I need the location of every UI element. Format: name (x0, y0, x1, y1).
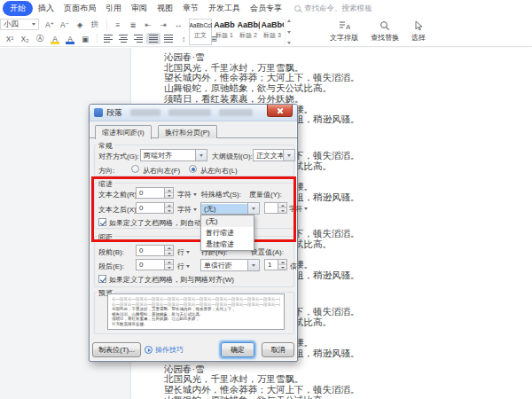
tab-line-page-breaks[interactable]: 换行和分页(P) (158, 125, 217, 138)
style-label: 正文 (194, 31, 207, 40)
font-color-icon[interactable]: A (63, 33, 77, 44)
paragraph-dialog-icon (94, 108, 103, 117)
font-size-combo[interactable]: 小四 (0, 19, 39, 30)
menu-item-8[interactable]: 会员专享 (246, 1, 286, 16)
preview-sample-line: 引无数英雄竞折腰。 (112, 322, 280, 327)
ribbon-tools: A 文字排版 查找替换 选择 (330, 20, 426, 43)
select-button[interactable]: 选择 (411, 20, 426, 43)
menu-item-3[interactable]: 引用 (101, 1, 126, 16)
decrease-font-icon[interactable]: A⁻ (58, 19, 72, 30)
unit-dropdown[interactable]: 行 (177, 247, 190, 257)
chevron-down-icon (247, 260, 259, 270)
alignment-combo[interactable]: 两端对齐 (140, 149, 207, 161)
tips-link[interactable]: 操作技巧 (145, 345, 184, 355)
set-value-field[interactable]: 1 (264, 259, 287, 270)
outline-level-combo[interactable]: 正文文本 (253, 149, 295, 161)
char-scale-icon[interactable]: ↔ (171, 19, 185, 30)
text-layout-button[interactable]: A 文字排版 (330, 20, 358, 43)
style-label: 标题 2 (239, 31, 257, 40)
tabs-button[interactable]: 制表位(T)... (92, 342, 141, 357)
clear-format-icon[interactable]: ◈ (73, 19, 87, 30)
text-effects-icon[interactable]: Ⓐ (33, 33, 47, 44)
unit-dropdown[interactable]: 行 (177, 262, 190, 271)
menu-item-4[interactable]: 审阅 (127, 1, 152, 16)
style-2[interactable]: AaBb(标题 2 (237, 19, 260, 45)
justify-icon[interactable] (146, 33, 160, 44)
command-search[interactable]: 查找命令、搜索模板 (294, 4, 372, 14)
space-before-field[interactable]: 0 (136, 245, 174, 256)
set-value-label: 设置值(A): (251, 247, 284, 257)
dropdown-option-2[interactable]: 悬挂缩进 (201, 239, 254, 250)
find-replace-icon (379, 20, 390, 32)
increase-font-icon[interactable]: A⁺ (43, 19, 57, 30)
bullet-list-icon[interactable]: ≡ (111, 19, 125, 30)
measure-field[interactable] (264, 202, 287, 214)
spinner[interactable] (164, 203, 173, 213)
menu-item-7[interactable]: 开发工具 (204, 1, 245, 16)
play-icon (145, 346, 153, 354)
unit-dropdown[interactable]: 字符 (177, 190, 197, 200)
rtl-label: 从右向左(F) (143, 166, 180, 176)
snap-to-grid-checkbox[interactable] (98, 275, 106, 283)
tips-label: 操作技巧 (155, 345, 184, 355)
menu-item-0[interactable]: 开始 (3, 1, 33, 16)
set-unit-label: 倍 (290, 262, 297, 271)
select-label: 选择 (411, 33, 426, 43)
spinner[interactable] (164, 246, 173, 255)
menu-item-2[interactable]: 页面布局 (59, 1, 100, 16)
pinyin-guide-icon[interactable]: 拼 (88, 19, 102, 30)
decrease-indent-icon[interactable]: ⇤ (141, 19, 155, 30)
distribute-icon[interactable] (161, 33, 176, 44)
line-spacing-combo[interactable]: 单倍行距 (200, 259, 260, 271)
cursor-icon (414, 20, 423, 32)
text-layout-label: 文字排版 (330, 33, 358, 43)
poem-stanza: 沁园春·雪北国风光，千里冰封，万里雪飘。望长城内外，惟余莽莽；大河上下，顿失滔滔… (164, 364, 532, 399)
scroll-down-icon[interactable] (287, 31, 291, 34)
spinner[interactable] (164, 188, 173, 198)
style-1[interactable]: AaBb标题 1 (213, 19, 236, 45)
menu-item-6[interactable]: 章节 (178, 1, 203, 16)
align-right-icon[interactable] (131, 33, 145, 44)
align-center-icon[interactable] (116, 33, 130, 44)
paragraph-line: 沁园春·雪 (164, 52, 532, 63)
auto-adjust-checkbox[interactable] (98, 218, 106, 226)
char-border-icon[interactable]: ▣ (78, 33, 92, 44)
style-3[interactable]: AaBbCcI标题 3 (261, 19, 284, 45)
outline-level-value: 正文文本 (254, 151, 283, 160)
special-format-combo[interactable]: (无) (200, 202, 260, 215)
style-0[interactable]: AaBbCcDd正文 (189, 19, 212, 45)
radio-right-to-left[interactable] (131, 165, 139, 173)
ok-button[interactable]: 确定 (221, 342, 254, 357)
align-left-icon[interactable] (101, 33, 115, 44)
menu-item-5[interactable]: 视图 (153, 1, 177, 16)
unit-dropdown[interactable]: 字符 (289, 205, 308, 214)
tabs-button-label: 制表位(T)... (98, 345, 135, 355)
dropdown-option-0[interactable]: (无) (201, 215, 254, 227)
increase-indent-icon[interactable]: ⇥ (156, 19, 170, 30)
text-before-field[interactable]: 0 (136, 187, 174, 199)
radio-left-to-right[interactable] (189, 165, 197, 173)
tab-indents-spacing[interactable]: 缩进和间距(I) (95, 125, 152, 139)
style-sample: AaBb( (238, 20, 260, 31)
scroll-up-icon[interactable] (287, 20, 291, 22)
menu-item-1[interactable]: 插入 (34, 1, 59, 16)
space-after-field[interactable]: 0 (136, 259, 174, 270)
style-gallery-scroll[interactable] (285, 19, 292, 45)
spinner[interactable] (164, 260, 173, 270)
preview-box: 前一段落前一段落前一段落前一段落前一段落前一段落前一段落前一段落前一段落前一段落… (107, 293, 285, 330)
dropdown-option-1[interactable]: 首行缩进 (201, 227, 254, 239)
subscript-icon[interactable]: X₂ (18, 33, 32, 44)
number-list-icon[interactable]: ≣ (126, 19, 140, 30)
spinner[interactable] (278, 203, 286, 213)
close-icon[interactable] (267, 105, 293, 117)
text-after-field[interactable]: 0 (136, 202, 174, 214)
find-replace-button[interactable]: 查找替换 (371, 20, 399, 43)
superscript-icon[interactable]: X² (3, 33, 17, 44)
app-window: 开始插入页面布局引用审阅视图章节开发工具会员专享 查找命令、搜索模板 小四 A⁺… (0, 0, 532, 399)
unit-dropdown[interactable]: 字符 (177, 205, 197, 215)
gallery-more-icon[interactable] (287, 42, 291, 44)
highlight-color-icon[interactable]: A (48, 33, 62, 44)
dialog-title-bar[interactable]: 段落 (90, 105, 297, 121)
cancel-button[interactable]: 取消 (262, 342, 294, 357)
spinner[interactable] (278, 260, 286, 270)
